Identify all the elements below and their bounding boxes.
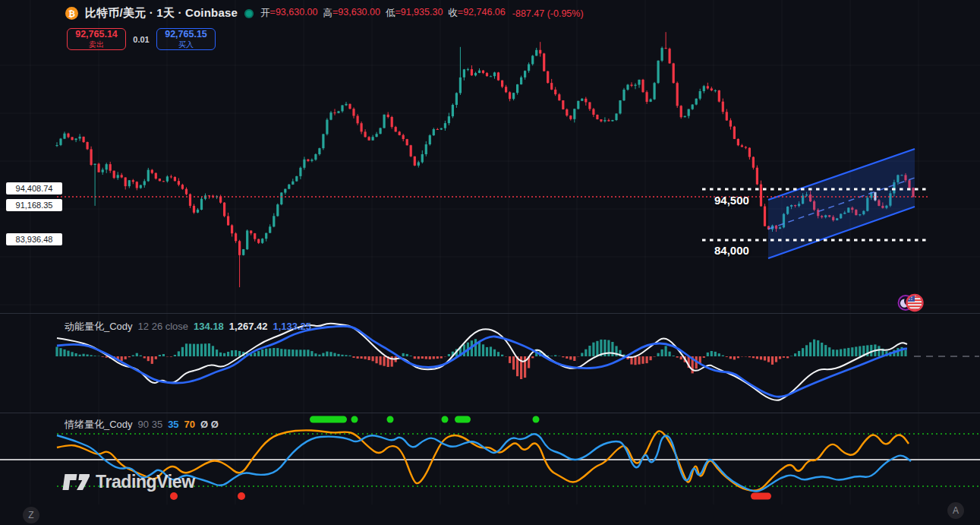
signal-markers xyxy=(170,416,771,501)
sentiment-params-gray: 90 35 xyxy=(138,419,163,430)
lower-level-label: 84,000 xyxy=(714,244,749,257)
change-readout: -887.47 (-0.95%) xyxy=(512,8,584,19)
tradingview-logo-icon xyxy=(62,471,90,492)
spread-value: 0.01 xyxy=(126,35,156,44)
momentum-hist-value: 134.18 xyxy=(194,321,224,332)
hotkey-badge-a[interactable]: A xyxy=(947,502,964,519)
momentum-signal-value: 1,133.25 xyxy=(273,321,311,332)
market-status-icon[interactable] xyxy=(244,9,254,18)
momentum-macd-value: 1,267.42 xyxy=(229,321,268,332)
macd-line xyxy=(57,324,907,400)
order-panel: 92,765.14 卖出 0.01 92,765.15 买入 xyxy=(67,28,216,50)
sentiment-param-orange: 70 xyxy=(184,419,195,430)
close-label: 收 xyxy=(448,7,458,20)
ascending-channel-drawing[interactable] xyxy=(768,149,915,258)
upper-level-label: 94,500 xyxy=(714,194,749,207)
momentum-title[interactable]: 动能量化_Cody xyxy=(65,320,133,334)
tradingview-chart-window: ₿ 比特币/美元 · 1天 · Coinbase 开=93,630.00 高=9… xyxy=(0,0,980,525)
us-flag-icon xyxy=(906,295,922,311)
buy-label: 买入 xyxy=(178,40,194,49)
price-alert-tag[interactable]: 91,168.35 xyxy=(6,199,62,211)
buy-price: 92,765.15 xyxy=(165,30,207,40)
low-value: =91,935.30 xyxy=(395,7,443,20)
signal-line xyxy=(57,326,907,397)
low-label: 低 xyxy=(386,7,395,20)
sentiment-param-blue: 35 xyxy=(168,419,178,430)
buy-button[interactable]: 92,765.15 买入 xyxy=(156,28,216,50)
open-label: 开 xyxy=(260,7,270,20)
ohlc-readout: 开=93,630.00 高=93,630.00 低=91,935.30 收=92… xyxy=(260,7,506,20)
price-alert-tag[interactable]: 83,936.48 xyxy=(6,233,62,245)
symbol-title[interactable]: 比特币/美元 · 1天 · Coinbase xyxy=(85,6,238,21)
tradingview-logo-text: TradingView xyxy=(96,472,195,492)
high-value: =93,630.00 xyxy=(332,7,380,20)
hotkey-badge-z[interactable]: Z xyxy=(23,507,39,523)
high-label: 高 xyxy=(323,7,333,20)
sell-price: 92,765.14 xyxy=(75,30,118,40)
momentum-params: 12 26 close xyxy=(138,321,189,332)
momentum-pane-header: 动能量化_Cody 12 26 close 134.18 1,267.42 1,… xyxy=(65,320,311,334)
bitcoin-icon: ₿ xyxy=(65,7,78,20)
sell-label: 卖出 xyxy=(89,40,104,49)
tradingview-logo[interactable]: TradingView xyxy=(62,471,195,492)
sell-button[interactable]: 92,765.14 卖出 xyxy=(67,28,126,50)
symbol-header: ₿ 比特币/美元 · 1天 · Coinbase 开=93,630.00 高=9… xyxy=(65,6,584,21)
sentiment-params-extra: Ø Ø xyxy=(200,419,219,430)
sentiment-pane-header: 情绪量化_Cody 90 35 35 70 Ø Ø xyxy=(65,418,219,432)
open-value: =93,630.00 xyxy=(270,7,318,20)
close-value: =92,746.06 xyxy=(458,7,506,20)
market-session-icons[interactable] xyxy=(896,293,925,313)
price-alert-tag[interactable]: 94,408.74 xyxy=(6,182,62,195)
momentum-histogram xyxy=(55,339,906,379)
sentiment-title[interactable]: 情绪量化_Cody xyxy=(65,418,133,432)
